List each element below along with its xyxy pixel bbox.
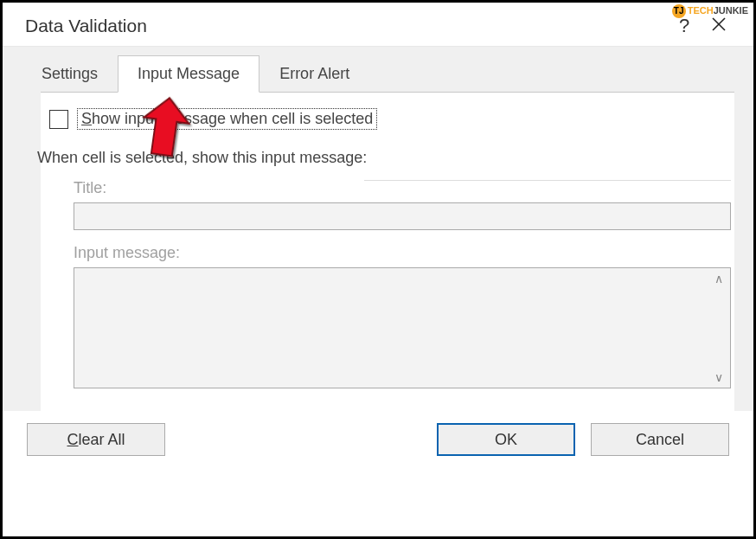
title-label: Title: (74, 179, 719, 197)
tab-content: Show input message when cell is selected… (41, 92, 734, 411)
ok-button[interactable]: OK (437, 423, 575, 456)
tab-strip: Settings Input Message Error Alert Show … (3, 46, 753, 411)
watermark-logo-icon: TJ (672, 4, 686, 18)
dialog-button-bar: Clear All OK Cancel (3, 411, 753, 477)
separator-line (364, 180, 731, 181)
message-label: Input message: (74, 244, 719, 262)
scroll-down-icon[interactable]: ∨ (708, 370, 730, 384)
scroll-up-icon[interactable]: ∧ (708, 272, 730, 286)
cancel-button[interactable]: Cancel (591, 423, 729, 456)
tab-settings[interactable]: Settings (22, 55, 118, 92)
message-textarea-content (74, 268, 708, 388)
watermark-text-b: JUNKIE (714, 5, 748, 16)
watermark-text-a: TECH (688, 5, 714, 16)
title-input[interactable] (74, 202, 731, 230)
close-button[interactable] (702, 16, 736, 36)
section-heading: When cell is selected, show this input m… (37, 149, 719, 167)
data-validation-dialog: Data Validation ? Settings Input Message… (3, 3, 753, 536)
clear-all-button[interactable]: Clear All (27, 423, 165, 456)
watermark-brand: TJTECHJUNKIE (672, 4, 748, 18)
show-message-checkbox-label[interactable]: Show input message when cell is selected (77, 108, 377, 130)
message-textarea[interactable]: ∧ ∨ (74, 267, 731, 388)
tab-error-alert[interactable]: Error Alert (259, 55, 369, 92)
title-field-group: Title: (74, 179, 719, 230)
tab-input-message[interactable]: Input Message (118, 55, 259, 93)
dialog-title: Data Validation (25, 16, 667, 36)
textarea-scrollbar[interactable]: ∧ ∨ (708, 268, 730, 388)
show-message-checkbox-row: Show input message when cell is selected (49, 108, 719, 130)
message-field-group: Input message: ∧ ∨ (74, 244, 719, 388)
dialog-titlebar: Data Validation ? (3, 3, 753, 46)
show-message-checkbox[interactable] (49, 110, 68, 129)
close-icon (711, 16, 727, 32)
